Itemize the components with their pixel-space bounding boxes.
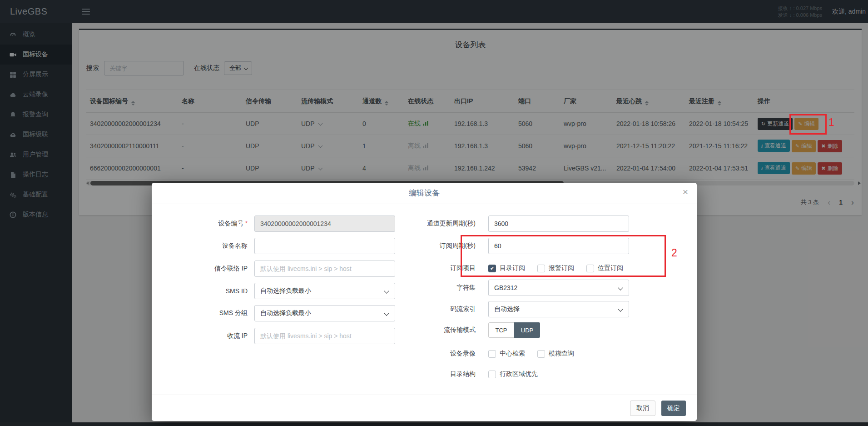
channel-refresh-input[interactable] — [488, 216, 629, 232]
field-channel-refresh: 通道更新周期(秒) — [406, 216, 629, 232]
sms-id-select[interactable]: 自动选择负载最小 — [254, 283, 395, 299]
field-device-id: 设备编号* — [152, 216, 395, 232]
cancel-button[interactable]: 取消 — [630, 401, 655, 416]
udp-toggle-button[interactable]: UDP — [514, 322, 540, 338]
field-recv-ip: 收流 IP — [152, 328, 395, 344]
device-name-input[interactable] — [254, 238, 395, 254]
sms-group-select[interactable]: 自动选择负载最小 — [254, 305, 395, 321]
field-stream-mode: 流传输模式 TCP UDP — [406, 322, 540, 338]
field-sip-ip: 信令联络 IP — [152, 261, 395, 277]
admin-region-checkbox[interactable] — [488, 371, 496, 378]
field-device-record: 设备录像 中心检索 模糊查询 — [406, 346, 574, 362]
confirm-button[interactable]: 确定 — [661, 401, 686, 416]
modal-title: 编辑设备 — [152, 183, 697, 204]
tcp-toggle-button[interactable]: TCP — [488, 322, 514, 338]
modal-header: 编辑设备 × — [152, 183, 697, 204]
stream-index-select[interactable]: 自动选择 — [488, 301, 629, 317]
field-stream-index: 码流索引 自动选择 — [406, 301, 629, 317]
modal-footer: 取消 确定 — [152, 395, 697, 421]
close-icon[interactable]: × — [683, 187, 688, 196]
device-id-input — [254, 216, 395, 232]
edit-device-modal: 编辑设备 × 设备编号* 设备名称 信令联络 IP SMS ID 自动选择负载最… — [152, 183, 697, 421]
annotation-box-2 — [461, 235, 666, 277]
field-catalog-structure: 目录结构 行政区域优先 — [406, 366, 538, 382]
field-sms-group: SMS 分组 自动选择负载最小 — [152, 305, 395, 321]
center-search-checkbox[interactable] — [488, 350, 496, 358]
annotation-number-2: 2 — [671, 247, 677, 259]
charset-select[interactable]: GB2312 — [488, 280, 629, 296]
livegbs-app: LiveGBS 概览国标设备分屏展示云端录像报警查询国标级联用户管理操作日志基础… — [0, 0, 868, 426]
sip-ip-input[interactable] — [254, 261, 395, 277]
required-mark: * — [245, 220, 248, 227]
field-sms-id: SMS ID 自动选择负载最小 — [152, 283, 395, 299]
fuzzy-search-checkbox[interactable] — [537, 350, 545, 358]
annotation-box-1 — [789, 114, 827, 135]
field-device-name: 设备名称 — [152, 238, 395, 254]
recv-ip-input[interactable] — [254, 328, 395, 344]
field-charset: 字符集 GB2312 — [406, 280, 629, 296]
annotation-number-1: 1 — [828, 116, 834, 129]
